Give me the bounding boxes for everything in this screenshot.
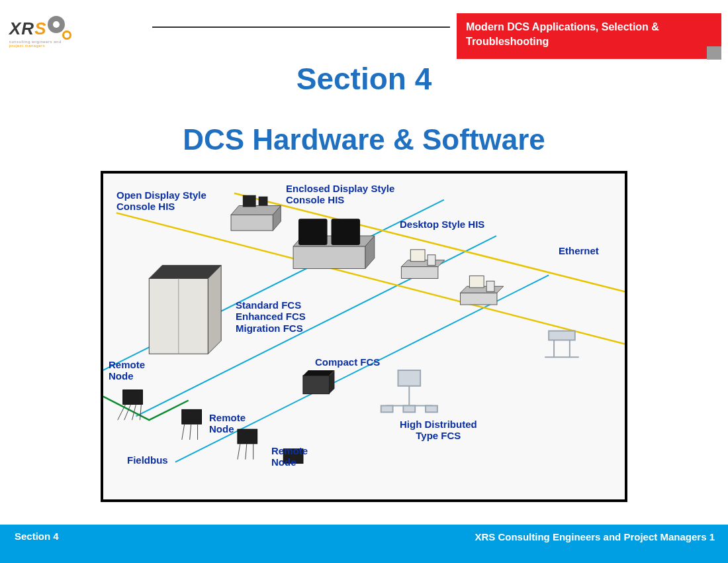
label-remote-1: Remote Node (109, 359, 145, 382)
svg-line-47 (190, 424, 191, 440)
label-compact-fcs: Compact FCS (315, 356, 380, 368)
footer-bar: Section 4 XRS Consulting Engineers and P… (0, 525, 728, 563)
svg-line-42 (124, 404, 131, 420)
svg-rect-18 (428, 255, 435, 266)
network-diagram-svg (103, 174, 625, 501)
label-fieldbus: Fieldbus (127, 454, 168, 466)
gears-icon (49, 17, 71, 40)
svg-rect-14 (331, 219, 360, 245)
label-ethernet: Ethernet (559, 245, 599, 256)
svg-rect-34 (403, 405, 415, 412)
label-open-display: Open Display Style Console HIS (116, 189, 206, 213)
label-enclosed: Enclosed Display Style Console HIS (286, 183, 394, 206)
svg-rect-30 (398, 370, 420, 386)
svg-rect-15 (401, 267, 437, 279)
svg-rect-10 (293, 246, 365, 269)
svg-rect-8 (243, 195, 256, 207)
header-divider (152, 26, 450, 28)
label-desktop-his: Desktop Style HIS (400, 219, 484, 230)
label-remote-2: Remote Node (209, 412, 246, 435)
svg-rect-21 (469, 276, 484, 287)
page-subtitle: DCS Hardware & Software (0, 123, 728, 156)
svg-line-44 (140, 404, 141, 420)
svg-marker-6 (231, 206, 281, 215)
svg-rect-40 (123, 390, 143, 405)
diagram-frame: Open Display Style Console HIS Enclosed … (101, 171, 627, 502)
svg-marker-28 (303, 370, 335, 376)
svg-line-51 (246, 444, 247, 460)
label-standard-fcs: Standard FCS Enhanced FCS Migration FCS (236, 299, 306, 334)
svg-rect-33 (381, 405, 393, 412)
banner-text: Modern DCS Applications, Selection & Tro… (466, 20, 712, 48)
svg-rect-19 (461, 293, 497, 305)
svg-rect-5 (231, 215, 273, 230)
svg-rect-27 (303, 376, 330, 394)
svg-rect-17 (410, 250, 425, 262)
svg-rect-45 (182, 409, 202, 424)
footer-company: XRS Consulting Engineers and Project Man… (475, 531, 715, 544)
page-section-title: Section 4 (0, 61, 728, 97)
svg-marker-25 (208, 266, 221, 354)
svg-rect-35 (426, 405, 437, 412)
label-high-dist: High Distributed Type FCS (400, 419, 477, 442)
svg-line-50 (238, 444, 240, 460)
svg-rect-36 (549, 331, 575, 340)
logo: XRS consulting engineers and project man… (9, 17, 102, 48)
logo-tagline-2: project managers (9, 44, 102, 48)
svg-line-46 (182, 424, 185, 440)
svg-rect-13 (298, 219, 328, 245)
header-banner: Modern DCS Applications, Selection & Tro… (457, 13, 721, 59)
svg-rect-22 (486, 281, 494, 291)
label-remote-3: Remote Node (271, 445, 308, 468)
footer-section: Section 4 (15, 531, 59, 542)
svg-rect-9 (259, 197, 268, 206)
grey-accent-box (707, 46, 721, 60)
